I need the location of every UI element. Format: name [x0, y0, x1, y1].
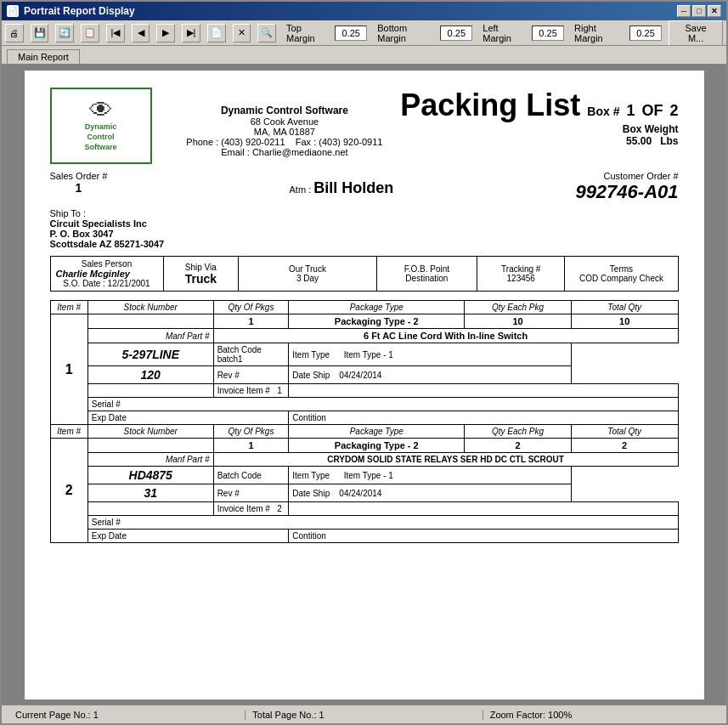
ship-via-label: Ship Via	[169, 263, 234, 272]
item-2-condition-cell: Contition	[289, 530, 678, 543]
customer-order-label: Customer Order #	[575, 171, 678, 181]
left-margin-label: Left Margin	[483, 23, 528, 43]
right-margin-input[interactable]: 0.25	[629, 25, 662, 41]
item-1-rev-cell: Rev #	[213, 366, 289, 384]
window-icon: 📄	[7, 5, 19, 17]
item-2-invoice-value: 2	[277, 504, 282, 513]
item-1-description: 6 Ft AC Line Cord With In-line Switch	[213, 329, 678, 343]
item-1-our-stock-value: 120	[87, 366, 213, 384]
item-2-num: 2	[50, 439, 87, 543]
header2-qty-each-pkg: Qty Each Pkg	[465, 425, 572, 439]
close-button[interactable]: ✕	[708, 5, 721, 17]
window-controls: ─ □ ✕	[677, 5, 721, 17]
item-1-condition-cell: Contition	[289, 411, 678, 425]
company-fax: Fax : (403) 920-0911	[296, 137, 383, 147]
so-date: S.O. Date : 12/21/2001	[56, 279, 158, 288]
top-margin-label: Top Margin	[286, 23, 331, 43]
sales-order-label: Sales Order #	[50, 171, 108, 181]
main-window: 📄 Portrait Report Display ─ □ ✕ 🖨 💾 🔄 📋 …	[0, 0, 728, 725]
ship-method-cell: Our Truck 3 Day	[239, 257, 377, 292]
title-area: Packing List Box # 1 OF 2 Box Weight 55.…	[400, 88, 678, 147]
item-2-serial-cell: Serial #	[87, 516, 678, 530]
header-total-qty: Total Qty	[571, 301, 678, 314]
toolbar-btn-next[interactable]: ▶	[156, 24, 175, 42]
shipping-details-table: Sales Person Charlie Mcginley S.O. Date …	[50, 256, 679, 292]
item-1-invoice-value: 1	[277, 386, 282, 395]
header2-item-num: Item #	[50, 425, 87, 439]
toolbar-btn-prev[interactable]: ◀	[132, 24, 150, 42]
item-2-dateship-value: 04/24/2014	[339, 489, 381, 498]
toolbar-btn-first[interactable]: |◀	[106, 24, 125, 42]
minimize-button[interactable]: ─	[677, 5, 691, 17]
item-1-dateship-label: Date Ship	[292, 371, 330, 380]
bottom-margin-group: Bottom Margin 0.25	[377, 23, 472, 43]
toolbar-btn-last[interactable]: ▶|	[182, 24, 200, 42]
company-info: Dynamic Control Software 68 Cook Avenue …	[169, 88, 401, 157]
item-2-qty-pkgs: 1	[213, 439, 289, 453]
item-1-stock	[87, 314, 213, 329]
attn-name: Bill Holden	[313, 179, 393, 196]
item-2-type-value: Item Type - 1	[344, 471, 393, 480]
right-margin-group: Right Margin 0.25	[574, 23, 662, 43]
top-margin-input[interactable]: 0.25	[335, 25, 367, 41]
logo-text: Dynamic Control Software	[84, 122, 116, 152]
item-2-exp-label: Exp Date	[92, 531, 127, 541]
header2-package-type: Package Type	[289, 425, 465, 439]
toolbar-btn-1[interactable]: 🖨	[5, 24, 24, 42]
title-bar: 📄 Portrait Report Display ─ □ ✕	[2, 2, 726, 20]
attn-section: Atm : Bill Holden	[290, 179, 394, 203]
toolbar-btn-4[interactable]: 📋	[81, 24, 99, 42]
item-2-type-label: Item Type	[292, 471, 330, 480]
ship-to-address1: P. O. Box 3047	[50, 229, 679, 239]
maximize-button[interactable]: □	[692, 5, 706, 17]
item-1-serial-cell: Serial #	[87, 398, 678, 411]
company-phone: Phone : (403) 920-0211	[186, 137, 285, 147]
item-2-invoice-cell: Invoice Item # 2	[213, 502, 289, 516]
total-pages-status: Total Page No.: 1	[245, 710, 483, 720]
item-2-qty-row: 2 1 Packaging Type - 2 2 2	[50, 439, 678, 453]
current-page-status: Current Page No.: 1	[8, 710, 245, 720]
so-date-label: S.O. Date :	[63, 279, 104, 288]
item-2-serial-row: Serial #	[50, 516, 678, 530]
item-2-part-number: HD4875	[87, 467, 213, 484]
order-info-row: Sales Order # 1 Atm : Bill Holden Custom…	[50, 171, 679, 203]
toolbar-btn-search[interactable]: 🔍	[257, 24, 276, 42]
main-report-tab[interactable]: Main Report	[7, 49, 80, 64]
ship-method-value: Our Truck	[244, 264, 371, 274]
item-2-condition-label: Contition	[292, 531, 325, 541]
company-address1: 68 Cook Avenue	[169, 116, 401, 127]
fob-cell: F.O.B. Point Destination	[376, 257, 477, 292]
item-1-serial-label: Serial #	[92, 399, 121, 409]
ship-days-value: 3 Day	[244, 274, 371, 283]
save-button[interactable]: Save M...	[669, 20, 723, 46]
fob-label: F.O.B. Point	[382, 264, 471, 274]
item-2-part-row: HD4875 Batch Code Item Type Item Type - …	[50, 467, 678, 484]
item-1-package-type: Packaging Type - 2	[289, 314, 465, 329]
tracking-value: 123456	[483, 274, 559, 283]
total-boxes: 2	[669, 102, 678, 120]
toolbar-btn-2[interactable]: 💾	[31, 24, 49, 42]
item-1-batch-cell: Batch Code batch1	[213, 343, 289, 366]
toolbar-btn-copy[interactable]: 📄	[207, 24, 226, 42]
left-margin-input[interactable]: 0.25	[532, 25, 564, 41]
company-name: Dynamic Control Software	[169, 105, 401, 116]
report-area[interactable]: 👁 Dynamic Control Software Dynamic Contr…	[2, 64, 726, 705]
item-2-dateship-label: Date Ship	[292, 489, 330, 498]
item-1-manf-label: Manf Part #	[87, 329, 213, 343]
item-1-serial-row: Serial #	[50, 398, 678, 411]
item-2-serial-label: Serial #	[92, 518, 121, 527]
item-2-total-qty: 2	[571, 439, 678, 453]
items-header-row: Item # Stock Number Qty Of Pkgs Package …	[50, 301, 678, 314]
item-1-stock-row: 120 Rev # Date Ship 04/24/2014	[50, 366, 678, 384]
bottom-margin-input[interactable]: 0.25	[440, 25, 472, 41]
item-2-rev-label: Rev #	[217, 489, 240, 498]
toolbar-btn-3[interactable]: 🔄	[55, 24, 74, 42]
item-2-batch-label: Batch Code	[217, 471, 262, 480]
ship-via-value: Truck	[169, 272, 234, 286]
toolbar: 🖨 💾 🔄 📋 |◀ ◀ ▶ ▶| 📄 ✕ 🔍 Top Margin 0.25 …	[2, 20, 726, 46]
header-qty-pkgs: Qty Of Pkgs	[213, 301, 289, 314]
toolbar-btn-cancel[interactable]: ✕	[233, 24, 251, 42]
status-bar: Current Page No.: 1 Total Page No.: 1 Zo…	[2, 705, 726, 723]
company-logo: 👁 Dynamic Control Software	[50, 88, 152, 164]
terms-label: Terms	[570, 264, 672, 274]
